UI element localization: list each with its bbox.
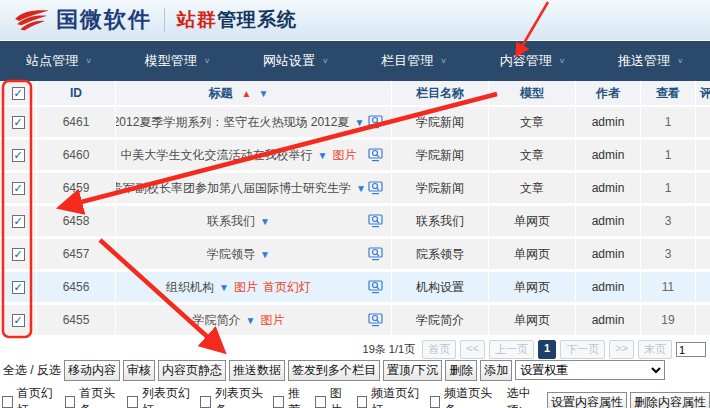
toolbar-button-内容页静态[interactable]: 内容页静态: [158, 360, 226, 381]
nav-item-网站设置[interactable]: 网站设置∨: [237, 41, 355, 81]
pagination-button-上一页[interactable]: 上一页: [489, 340, 534, 359]
prop-checkbox-推荐[interactable]: [273, 396, 284, 408]
row-author: admin: [576, 272, 641, 302]
row-id: 6459: [37, 173, 116, 203]
row-comments-cell: [696, 140, 710, 170]
pagination-buttons: 首页<<上一页1下一页>>末页: [422, 340, 672, 359]
toolbar-buttons: 移动内容审核内容页静态推送数据签发到多个栏目置顶/下沉删除添加: [64, 360, 512, 381]
table-body: ✓64612012夏季学期系列：坚守在火热现场 2012夏▼学院新闻文章admi…: [0, 107, 710, 338]
expand-arrow-icon[interactable]: ▼: [260, 249, 270, 260]
table-row: ✓6455学院简介▼图片学院简介单网页admin19: [0, 305, 710, 338]
pagination-button-1[interactable]: 1: [538, 340, 556, 359]
nav-item-label: 内容管理: [500, 52, 552, 70]
row-category: 机构设置: [392, 272, 489, 302]
row-checkbox[interactable]: ✓: [12, 215, 25, 228]
row-model: 文章: [489, 173, 576, 203]
content-title-link[interactable]: 贵军副校长率团参加第八届国际博士研究生学: [116, 180, 351, 197]
nav-item-label: 模型管理: [145, 52, 197, 70]
header-views: 查看: [641, 81, 696, 105]
content-flag-图片: 图片: [332, 147, 356, 164]
row-checkbox[interactable]: ✓: [12, 116, 25, 129]
prop-label-频道页幻灯: 频道页幻灯: [371, 385, 423, 408]
content-title-link[interactable]: 学院领导: [207, 246, 255, 263]
chevron-down-icon: ∨: [440, 57, 447, 65]
preview-icon[interactable]: [368, 312, 383, 327]
expand-arrow-icon[interactable]: ▼: [318, 150, 328, 161]
expand-arrow-icon[interactable]: ▼: [354, 117, 364, 128]
nav-item-label: 栏目管理: [381, 52, 433, 70]
expand-arrow-icon[interactable]: ▼: [246, 315, 256, 326]
select-all-toggle[interactable]: 全选 / 反选: [3, 362, 61, 379]
prop-checkbox-首页幻灯[interactable]: [2, 396, 13, 408]
prop-label-频道页头条: 频道页头条: [444, 385, 496, 408]
content-title-link[interactable]: 中美大学生文化交流活动在我校举行: [121, 147, 313, 164]
preview-icon[interactable]: [368, 279, 383, 294]
toolbar-button-删除[interactable]: 删除: [445, 360, 477, 381]
toolbar-button-添加[interactable]: 添加: [480, 360, 512, 381]
content-table: ✓ ID 标题▲▼ 栏目名称 模型 作者 查看 评 ✓64612012夏季学期系…: [0, 81, 710, 338]
row-category: 学院新闻: [392, 140, 489, 170]
row-checkbox[interactable]: ✓: [12, 248, 25, 261]
content-title-link[interactable]: 组织机构: [166, 279, 214, 296]
content-title-link[interactable]: 学院简介: [193, 312, 241, 329]
prop-label-首页头条: 首页头条: [79, 385, 121, 408]
content-title-link[interactable]: 联系我们: [207, 213, 255, 230]
preview-icon[interactable]: [368, 180, 383, 195]
row-views: 3: [641, 239, 696, 269]
nav-item-站点管理[interactable]: 站点管理∨: [0, 41, 118, 81]
pagination-button-首页[interactable]: 首页: [422, 340, 456, 359]
row-category: 学院新闻: [392, 107, 489, 137]
expand-arrow-icon[interactable]: ▼: [260, 216, 270, 227]
preview-icon[interactable]: [368, 213, 383, 228]
props-button-设置内容属性[interactable]: 设置内容属性: [547, 392, 627, 408]
nav-item-模型管理[interactable]: 模型管理∨: [118, 41, 236, 81]
toolbar-button-推送数据[interactable]: 推送数据: [229, 360, 285, 381]
product-name-dark: 管理系统: [217, 9, 297, 30]
pagination-button-<<[interactable]: <<: [460, 340, 485, 359]
row-title-cell: 组织机构▼图片首页幻灯: [116, 272, 392, 302]
pagination-button->>[interactable]: >>: [609, 340, 634, 359]
select-all-checkbox[interactable]: ✓: [12, 87, 25, 100]
row-views: 1: [641, 173, 696, 203]
preview-icon[interactable]: [368, 114, 383, 129]
table-row: ✓6458联系我们▼联系我们单网页admin3: [0, 206, 710, 239]
expand-arrow-icon[interactable]: ▼: [356, 183, 366, 194]
toolbar-button-签发到多个栏目[interactable]: 签发到多个栏目: [288, 360, 380, 381]
prop-checkbox-频道页幻灯[interactable]: [357, 396, 368, 408]
set-weight-select[interactable]: 设置权重: [515, 360, 665, 380]
props-button-删除内容属性[interactable]: 删除内容属性: [630, 392, 710, 408]
row-comments-cell: [696, 305, 710, 335]
prop-checkbox-图片[interactable]: [315, 396, 326, 408]
toolbar-button-置顶/下沉[interactable]: 置顶/下沉: [383, 360, 442, 381]
nav-item-label: 网站设置: [263, 52, 315, 70]
row-checkbox[interactable]: ✓: [12, 182, 25, 195]
toolbar-button-审核[interactable]: 审核: [123, 360, 155, 381]
row-checkbox-cell: ✓: [0, 239, 37, 269]
nav-item-栏目管理[interactable]: 栏目管理∨: [355, 41, 473, 81]
sort-asc-icon[interactable]: ▲: [242, 88, 252, 99]
prop-checkbox-首页头条[interactable]: [65, 396, 76, 408]
row-title-cell: 中美大学生文化交流活动在我校举行▼图片: [116, 140, 392, 170]
expand-arrow-icon[interactable]: ▼: [219, 282, 229, 293]
header-title-label: 标题: [209, 85, 233, 102]
row-checkbox[interactable]: ✓: [12, 281, 25, 294]
row-model: 文章: [489, 140, 576, 170]
preview-icon[interactable]: [368, 246, 383, 261]
sort-desc-icon[interactable]: ▼: [259, 88, 269, 99]
table-row: ✓6456组织机构▼图片首页幻灯机构设置单网页admin11: [0, 272, 710, 305]
content-title-link[interactable]: 2012夏季学期系列：坚守在火热现场 2012夏: [116, 114, 349, 131]
nav-item-内容管理[interactable]: 内容管理∨: [473, 41, 591, 81]
prop-checkbox-列表页幻灯[interactable]: [127, 396, 138, 408]
row-title-cell: 学院领导▼: [116, 239, 392, 269]
toolbar-button-移动内容[interactable]: 移动内容: [64, 360, 120, 381]
page-number-input[interactable]: [676, 342, 706, 357]
pagination-button-末页[interactable]: 末页: [638, 340, 672, 359]
row-checkbox[interactable]: ✓: [12, 149, 25, 162]
pagination-button-下一页[interactable]: 下一页: [560, 340, 605, 359]
prop-checkbox-列表页头条[interactable]: [200, 396, 211, 408]
preview-icon[interactable]: [368, 147, 383, 162]
row-checkbox[interactable]: ✓: [12, 314, 25, 327]
nav-item-推送管理[interactable]: 推送管理∨: [592, 41, 710, 81]
row-views: 1: [641, 107, 696, 137]
prop-checkbox-频道页头条[interactable]: [430, 396, 441, 408]
